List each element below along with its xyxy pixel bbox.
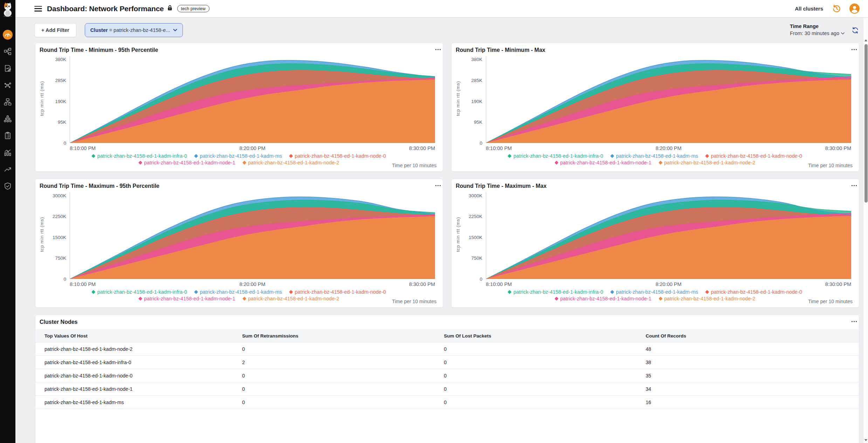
table-column-header: Sum Of Retransmissions bbox=[233, 330, 435, 342]
cluster-nodes-panel: Cluster Nodes Top Values Of HostSum Of R… bbox=[35, 315, 859, 443]
legend-item[interactable]: patrick-zhan-bz-4158-ed-1-kadm-node-2 bbox=[243, 160, 339, 165]
scroll-up-arrow[interactable] bbox=[864, 39, 867, 41]
sidebar-item-analytics[interactable] bbox=[0, 144, 15, 161]
table-column-header: Top Values Of Host bbox=[35, 330, 233, 342]
sidebar-item-topology[interactable] bbox=[0, 43, 15, 60]
value-cell: 0 bbox=[435, 382, 636, 396]
x-tick-label: 8:30:00 PM bbox=[409, 281, 435, 287]
legend-item[interactable]: patrick-zhan-bz-4158-ed-1-kadm-node-0 bbox=[290, 153, 386, 159]
user-avatar[interactable] bbox=[849, 4, 860, 14]
y-tick-label: 1500K bbox=[53, 234, 66, 240]
legend-marker-icon bbox=[610, 290, 614, 294]
chart-plot[interactable] bbox=[70, 192, 435, 279]
y-tick-label: 380K bbox=[55, 57, 66, 62]
table-column-header: Count Of Records bbox=[636, 330, 859, 342]
y-tick-label: 3000K bbox=[469, 193, 482, 198]
service-graph-icon bbox=[4, 81, 12, 89]
legend-item[interactable]: patrick-zhan-bz-4158-ed-1-kadm-node-1 bbox=[555, 296, 652, 301]
legend-marker-icon bbox=[610, 154, 614, 158]
chart-panel: Round Trip Time - Maximum - Max tcp min … bbox=[451, 179, 859, 308]
legend-item[interactable]: patrick-zhan-bz-4158-ed-1-kadm-ms bbox=[611, 153, 698, 159]
x-tick-label: 8:20:00 PM bbox=[655, 281, 681, 287]
chart-title: Round Trip Time - Minimum - Max bbox=[456, 47, 545, 53]
legend-item[interactable]: patrick-zhan-bz-4158-ed-1-kadm-infra-0 bbox=[508, 153, 603, 159]
x-axis-footer: Time per 10 minutes bbox=[808, 163, 853, 168]
legend-label: patrick-zhan-bz-4158-ed-1-kadm-ms bbox=[616, 289, 698, 295]
legend-item[interactable]: patrick-zhan-bz-4158-ed-1-kadm-ms bbox=[195, 289, 282, 295]
legend-item[interactable]: patrick-zhan-bz-4158-ed-1-kadm-node-2 bbox=[659, 296, 756, 301]
legend-label: patrick-zhan-bz-4158-ed-1-kadm-ms bbox=[616, 153, 698, 159]
panel-options-button[interactable] bbox=[851, 47, 853, 52]
legend-label: patrick-zhan-bz-4158-ed-1-kadm-node-0 bbox=[295, 289, 386, 295]
y-axis-ticks: 380K285K190K95K0 bbox=[461, 56, 486, 143]
gauge-dashboard-icon bbox=[2, 29, 13, 40]
sidebar-item-hosts[interactable] bbox=[0, 94, 15, 110]
x-axis-footer: Time per 10 minutes bbox=[392, 163, 436, 168]
sitemap-icon bbox=[4, 98, 12, 106]
top-header: Dashboard: Network Performance tech prev… bbox=[15, 0, 868, 18]
filter-value: = patrick-zhan-bz-4158-e... bbox=[109, 27, 170, 33]
y-tick-label: 190K bbox=[471, 98, 482, 104]
legend-item[interactable]: patrick-zhan-bz-4158-ed-1-kadm-node-2 bbox=[659, 160, 756, 165]
panel-options-button[interactable] bbox=[851, 183, 853, 188]
legend-item[interactable]: patrick-zhan-bz-4158-ed-1-kadm-node-2 bbox=[243, 296, 339, 301]
legend-item[interactable]: patrick-zhan-bz-4158-ed-1-kadm-node-0 bbox=[706, 289, 802, 295]
value-cell: 0 bbox=[233, 369, 435, 382]
chart-title: Round Trip Time - Maximum - Max bbox=[456, 183, 546, 189]
legend-label: patrick-zhan-bz-4158-ed-1-kadm-node-0 bbox=[711, 289, 802, 295]
x-tick-label: 8:10:00 PM bbox=[70, 281, 96, 287]
legend-item[interactable]: patrick-zhan-bz-4158-ed-1-kadm-node-0 bbox=[706, 153, 802, 159]
time-range-value[interactable]: From: 30 minutes ago bbox=[790, 30, 845, 37]
sidebar-item-security[interactable] bbox=[0, 178, 15, 195]
legend-item[interactable]: patrick-zhan-bz-4158-ed-1-kadm-node-1 bbox=[555, 160, 652, 165]
chart-plot[interactable] bbox=[70, 56, 435, 143]
chart-plot[interactable] bbox=[486, 192, 851, 279]
legend-item[interactable]: patrick-zhan-bz-4158-ed-1-kadm-infra-0 bbox=[92, 153, 187, 159]
menu-icon[interactable] bbox=[34, 6, 42, 12]
cluster-filter-chip[interactable]: Cluster = patrick-zhan-bz-4158-e... bbox=[85, 23, 183, 37]
sidebar-item-policies[interactable] bbox=[0, 127, 15, 144]
x-axis-ticks: 8:10:00 PM8:20:00 PM8:30:00 PM bbox=[486, 279, 851, 288]
time-range-control: Time Range From: 30 minutes ago bbox=[790, 23, 845, 37]
panel-options-button[interactable] bbox=[851, 319, 853, 324]
legend-marker-icon bbox=[242, 161, 246, 165]
table-row: patrick-zhan-bz-4158-ed-1-kadm-infra-020… bbox=[35, 356, 859, 369]
y-tick-label: 95K bbox=[474, 120, 482, 125]
x-tick-label: 8:30:00 PM bbox=[825, 145, 851, 151]
sidebar-item-service-graph[interactable] bbox=[0, 77, 15, 94]
chart-plot[interactable] bbox=[486, 56, 851, 143]
all-clusters-selector[interactable]: All clusters bbox=[795, 6, 823, 12]
table-row: patrick-zhan-bz-4158-ed-1-kadm-node-1003… bbox=[35, 382, 859, 396]
legend-item[interactable]: patrick-zhan-bz-4158-ed-1-kadm-node-0 bbox=[290, 289, 386, 295]
scrollbar-thumb[interactable] bbox=[864, 44, 868, 203]
legend-label: patrick-zhan-bz-4158-ed-1-kadm-node-2 bbox=[248, 296, 339, 301]
legend-item[interactable]: patrick-zhan-bz-4158-ed-1-kadm-ms bbox=[195, 153, 282, 159]
filter-field: Cluster bbox=[90, 27, 108, 33]
legend-item[interactable]: patrick-zhan-bz-4158-ed-1-kadm-infra-0 bbox=[92, 289, 187, 295]
add-filter-button[interactable]: + Add Filter bbox=[34, 23, 76, 37]
x-tick-label: 8:30:00 PM bbox=[409, 145, 435, 151]
scroll-down-arrow[interactable] bbox=[864, 439, 867, 441]
dashboard-grid: Round Trip Time - Minimum - 95th Percent… bbox=[35, 43, 859, 443]
chart-legend: patrick-zhan-bz-4158-ed-1-kadm-infra-0pa… bbox=[452, 289, 859, 301]
history-icon[interactable] bbox=[832, 4, 841, 13]
legend-marker-icon bbox=[138, 297, 142, 301]
x-axis-ticks: 8:10:00 PM8:20:00 PM8:30:00 PM bbox=[486, 143, 851, 152]
panel-options-button[interactable] bbox=[435, 47, 437, 52]
legend-label: patrick-zhan-bz-4158-ed-1-kadm-node-0 bbox=[711, 153, 802, 159]
host-cell: patrick-zhan-bz-4158-ed-1-kadm-node-1 bbox=[35, 382, 233, 396]
chart-title: Round Trip Time - Maximum - 95th Percent… bbox=[40, 183, 159, 189]
legend-item[interactable]: patrick-zhan-bz-4158-ed-1-kadm-infra-0 bbox=[508, 289, 603, 295]
legend-item[interactable]: patrick-zhan-bz-4158-ed-1-kadm-node-1 bbox=[139, 160, 235, 165]
table-row: patrick-zhan-bz-4158-ed-1-kadm-node-2004… bbox=[35, 342, 859, 356]
sidebar-item-dashboards[interactable] bbox=[0, 26, 15, 43]
sidebar-item-clusters[interactable] bbox=[0, 110, 15, 127]
legend-label: patrick-zhan-bz-4158-ed-1-kadm-node-0 bbox=[295, 153, 386, 159]
sidebar-item-reports[interactable] bbox=[0, 60, 15, 77]
legend-item[interactable]: patrick-zhan-bz-4158-ed-1-kadm-ms bbox=[611, 289, 698, 295]
value-cell: 0 bbox=[435, 342, 636, 356]
panel-options-button[interactable] bbox=[435, 183, 437, 188]
refresh-icon[interactable] bbox=[852, 27, 859, 34]
sidebar-item-trends[interactable] bbox=[0, 161, 15, 178]
legend-item[interactable]: patrick-zhan-bz-4158-ed-1-kadm-node-1 bbox=[139, 296, 235, 301]
